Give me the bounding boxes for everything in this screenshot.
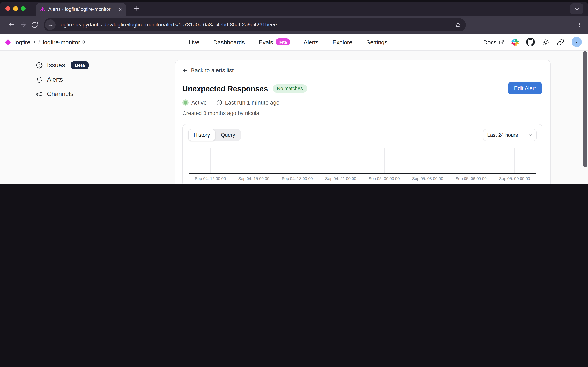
browser-window: Alerts · logfire/logfire-monitor bbox=[0, 1, 588, 184]
issue-badge-alert-icon bbox=[36, 62, 43, 69]
external-link-icon bbox=[499, 39, 504, 44]
main-nav: Live Dashboards Evals beta Alerts Explor… bbox=[189, 38, 387, 45]
chevron-updown-icon bbox=[82, 40, 85, 44]
link-icon[interactable] bbox=[557, 38, 564, 46]
sidebar-item-channels[interactable]: Channels bbox=[36, 89, 89, 98]
created-by-text: Created 3 months ago by nicola bbox=[182, 110, 543, 116]
play-circle-icon bbox=[216, 100, 222, 106]
breadcrumb-separator: / bbox=[39, 39, 40, 45]
sidebar-item-issues[interactable]: Issues Beta bbox=[36, 61, 89, 70]
screen: Alerts · logfire/logfire-monitor bbox=[0, 0, 588, 184]
scrollbar-thumb[interactable] bbox=[583, 51, 587, 167]
nav-settings[interactable]: Settings bbox=[366, 39, 387, 45]
project-selector[interactable]: logfire-monitor bbox=[43, 39, 85, 45]
active-label: Active bbox=[191, 100, 207, 106]
new-tab-button[interactable] bbox=[133, 5, 140, 12]
minimize-window-button[interactable] bbox=[13, 6, 18, 11]
browser-toolbar: logfire-us.pydantic.dev/logfire/logfire-… bbox=[0, 16, 588, 34]
tab-history[interactable]: History bbox=[188, 129, 215, 141]
sidebar: Issues Beta Alerts Channels bbox=[36, 61, 89, 98]
alert-detail-card: Back to alerts list Unexpected Responses… bbox=[175, 60, 551, 184]
alert-title-row: Unexpected Responses No matches Edit Ale… bbox=[182, 83, 543, 94]
megaphone-icon bbox=[36, 90, 43, 97]
x-axis-line bbox=[189, 173, 536, 174]
forward-button[interactable] bbox=[17, 19, 29, 31]
nav-alerts[interactable]: Alerts bbox=[304, 39, 319, 45]
back-button[interactable] bbox=[5, 19, 17, 31]
sidebar-item-alerts[interactable]: Alerts bbox=[36, 75, 89, 84]
url-bar[interactable]: logfire-us.pydantic.dev/logfire/logfire-… bbox=[43, 18, 466, 31]
bell-icon bbox=[36, 76, 43, 83]
history-chart-card: History Query Last 24 hours bbox=[182, 124, 543, 184]
logfire-logo-icon bbox=[5, 39, 11, 45]
chevron-down-icon bbox=[528, 133, 532, 137]
org-selector[interactable]: logfire bbox=[14, 39, 36, 45]
theme-sun-icon[interactable] bbox=[542, 38, 549, 46]
github-icon[interactable] bbox=[526, 38, 535, 46]
alert-status-row: Active Last run 1 minute ago bbox=[182, 100, 543, 106]
time-range-select[interactable]: Last 24 hours bbox=[483, 129, 537, 141]
active-status-icon bbox=[182, 100, 189, 106]
slack-icon[interactable] bbox=[511, 38, 519, 46]
header-actions: Docs - bbox=[483, 37, 588, 47]
user-avatar[interactable]: - bbox=[572, 37, 582, 47]
window-controls bbox=[5, 6, 26, 11]
arrow-left-icon bbox=[182, 67, 188, 73]
close-tab-icon[interactable] bbox=[119, 7, 123, 11]
page-title: Unexpected Responses bbox=[182, 84, 268, 93]
last-run: Last run 1 minute ago bbox=[216, 100, 280, 106]
nav-explore[interactable]: Explore bbox=[332, 39, 352, 45]
history-query-tabs: History Query bbox=[188, 129, 241, 141]
app-header: logfire / logfire-monitor Live Dashboard… bbox=[0, 34, 588, 50]
history-chart-plot bbox=[189, 148, 536, 173]
site-settings-icon[interactable] bbox=[45, 19, 56, 30]
beta-badge: Beta bbox=[71, 61, 89, 69]
status-badge: No matches bbox=[273, 84, 307, 93]
tab-query[interactable]: Query bbox=[215, 129, 241, 141]
page-body: Issues Beta Alerts Channels bbox=[0, 50, 588, 184]
close-window-button[interactable] bbox=[5, 6, 10, 11]
back-to-alerts-link[interactable]: Back to alerts list bbox=[182, 67, 543, 74]
docs-link[interactable]: Docs bbox=[483, 39, 504, 45]
tab-strip: Alerts · logfire/logfire-monitor bbox=[0, 1, 588, 16]
nav-live[interactable]: Live bbox=[189, 39, 199, 45]
maximize-window-button[interactable] bbox=[21, 6, 26, 11]
chevron-updown-icon bbox=[32, 40, 36, 44]
url-text: logfire-us.pydantic.dev/logfire/logfire-… bbox=[60, 22, 455, 28]
browser-menu-icon[interactable] bbox=[576, 22, 583, 28]
nav-evals[interactable]: Evals beta bbox=[259, 38, 290, 45]
tab-search-button[interactable] bbox=[570, 3, 583, 14]
edit-alert-button[interactable]: Edit Alert bbox=[508, 82, 542, 94]
bookmark-star-icon[interactable] bbox=[455, 21, 461, 28]
reload-button[interactable] bbox=[29, 19, 41, 31]
logfire-favicon-icon bbox=[40, 6, 45, 12]
nav-dashboards[interactable]: Dashboards bbox=[213, 39, 245, 45]
browser-tab[interactable]: Alerts · logfire/logfire-monitor bbox=[36, 3, 126, 16]
breadcrumb: logfire / logfire-monitor bbox=[0, 39, 85, 45]
tab-title: Alerts · logfire/logfire-monitor bbox=[48, 7, 117, 12]
beta-badge: beta bbox=[276, 38, 290, 45]
x-axis-labels: Sep 04, 12:00:00 Sep 04, 15:00:00 Sep 04… bbox=[189, 176, 536, 182]
